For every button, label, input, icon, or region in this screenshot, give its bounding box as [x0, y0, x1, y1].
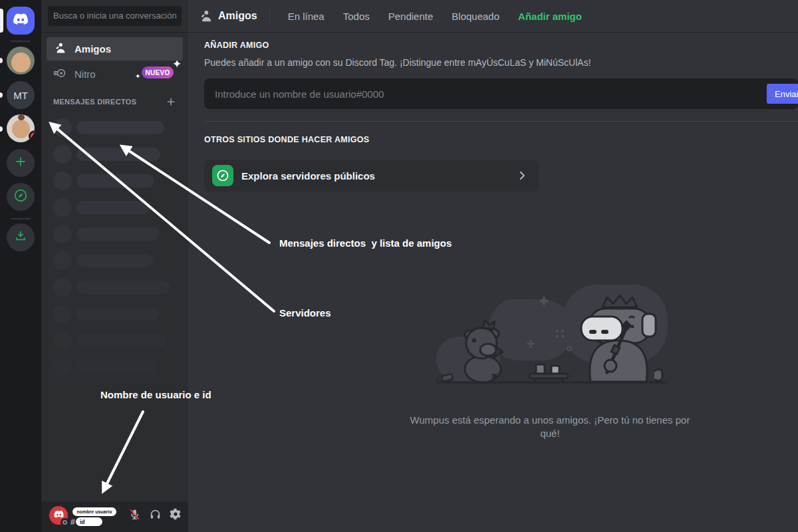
skeleton-avatar [53, 145, 72, 164]
skeleton-name-bar [76, 121, 164, 134]
skeleton-avatar [53, 278, 72, 297]
dm-skeleton-row [53, 278, 183, 297]
tab-en-línea[interactable]: En línea [282, 9, 331, 23]
dm-skeleton-row [53, 225, 183, 243]
topbar-divider [269, 8, 270, 24]
dm-skeleton-row [53, 331, 183, 350]
add-friend-description: Puedes añadir a un amigo con su Discord … [204, 57, 591, 68]
skeleton-avatar [53, 331, 72, 350]
skeleton-avatar [53, 225, 72, 243]
rail-divider [11, 41, 31, 42]
dm-sidebar: Busca o inicia una conversación Amigos N… [41, 0, 188, 532]
skeleton-name-bar [76, 334, 166, 347]
skeleton-avatar [53, 251, 72, 270]
dm-skeleton-row [53, 118, 183, 137]
download-apps-button[interactable] [7, 223, 35, 251]
tab-todos[interactable]: Todos [337, 9, 376, 23]
server-avatar-1[interactable] [7, 47, 35, 74]
wumpus-illustration [432, 282, 672, 392]
skeleton-avatar [53, 198, 72, 217]
add-friend-input-wrap: Enviar [204, 78, 798, 109]
home-selected-pill [0, 9, 3, 33]
server-avatar-mt[interactable]: MT [7, 81, 35, 109]
avatar-face [12, 120, 30, 138]
tab-bloqueado[interactable]: Bloqueado [446, 9, 505, 23]
dm-header-label[interactable]: MENSAJES DIRECTOS [53, 98, 136, 106]
skeleton-avatar [53, 118, 72, 137]
skeleton-avatar [53, 305, 72, 323]
nitro-icon [53, 66, 66, 82]
unread-dot [0, 58, 3, 63]
user-id-mask-pill: id [76, 517, 102, 526]
explore-public-servers-card[interactable]: Explora servidores públicos [204, 160, 539, 192]
friend-tag-input[interactable] [204, 78, 756, 109]
skeleton-name-bar [76, 148, 160, 161]
dm-skeleton-row [53, 251, 183, 270]
unread-dot [0, 92, 3, 98]
settings-gear-icon[interactable] [168, 507, 183, 521]
dm-skeleton-row [53, 145, 183, 164]
sparkle-icon: ✦ [135, 72, 140, 80]
skeleton-name-bar [76, 227, 160, 241]
dm-skeleton-list [53, 118, 183, 384]
avatar-face [11, 53, 31, 72]
explore-servers-button[interactable] [7, 183, 35, 211]
sidebar-item-friends[interactable]: Amigos [47, 37, 183, 61]
dm-section-header: MENSAJES DIRECTOS [53, 96, 176, 107]
sidebar-header: Busca o inicia una conversación [41, 0, 188, 32]
discriminator-hash: # [70, 517, 75, 527]
nuevo-badge: NUEVO [142, 66, 174, 78]
server-avatar-2[interactable]: 1 [7, 114, 35, 142]
chevron-right-icon [516, 170, 528, 182]
other-places-heading: OTROS SITIOS DONDE HACER AMIGOS [204, 135, 369, 144]
tab-añadir-amigo[interactable]: Añadir amigo [512, 9, 588, 23]
skeleton-name-bar [76, 281, 170, 294]
friends-tabs: En líneaTodosPendienteBloqueadoAñadir am… [282, 9, 588, 23]
compass-icon [212, 165, 233, 186]
headphones-icon[interactable] [148, 507, 162, 521]
discord-logo-icon [12, 11, 29, 31]
rail-divider [11, 218, 31, 219]
dm-skeleton-row [53, 172, 183, 190]
compass-icon [13, 188, 28, 205]
sidebar-item-nitro[interactable]: Nitro NUEVO ✦ ✦ [47, 63, 183, 84]
user-panel-actions [127, 507, 183, 521]
dm-skeleton-row [53, 358, 183, 376]
server-rail: MT 1 [0, 0, 41, 532]
create-dm-icon[interactable] [166, 96, 176, 107]
mic-muted-icon[interactable] [127, 507, 142, 521]
mention-badge: 1 [29, 130, 35, 142]
skeleton-avatar [53, 172, 72, 190]
skeleton-name-bar [76, 307, 160, 321]
friends-icon [53, 41, 66, 57]
sidebar-item-label: Nitro [74, 68, 96, 80]
topbar: Amigos En líneaTodosPendienteBloqueadoAñ… [188, 0, 798, 32]
add-server-button[interactable] [7, 149, 35, 177]
username-mask-pill: nombre usuario [72, 507, 116, 516]
add-friend-heading: AÑADIR AMIGO [204, 41, 269, 50]
sidebar-item-label: Amigos [74, 43, 111, 55]
send-friend-request-button[interactable]: Enviar [767, 84, 798, 104]
explore-card-label: Explora servidores públicos [241, 170, 375, 182]
empty-state-caption: Wumpus está esperando a unos amigos. ¡Pe… [407, 414, 693, 441]
avatar-hair [18, 114, 25, 120]
avatar-initials: MT [13, 90, 28, 101]
page-title: Amigos [218, 10, 257, 22]
skeleton-name-bar [76, 201, 150, 214]
main-content: Amigos En líneaTodosPendienteBloqueadoAñ… [188, 0, 798, 532]
download-icon [14, 229, 27, 245]
friends-icon [198, 9, 213, 23]
search-conversation-button[interactable]: Busca o inicia una conversación [48, 6, 182, 26]
plus-icon [14, 155, 27, 171]
discord-home-button[interactable] [7, 7, 35, 35]
user-panel: nombre usuario # id [41, 501, 188, 532]
unread-dot [0, 126, 3, 132]
skeleton-avatar [53, 358, 72, 376]
skeleton-name-bar [76, 174, 154, 188]
skeleton-name-bar [76, 254, 153, 267]
dm-skeleton-row [53, 305, 183, 323]
section-divider [204, 121, 798, 122]
tab-pendiente[interactable]: Pendiente [382, 9, 440, 23]
dm-skeleton-row [53, 198, 183, 217]
skeleton-name-bar [76, 360, 156, 374]
